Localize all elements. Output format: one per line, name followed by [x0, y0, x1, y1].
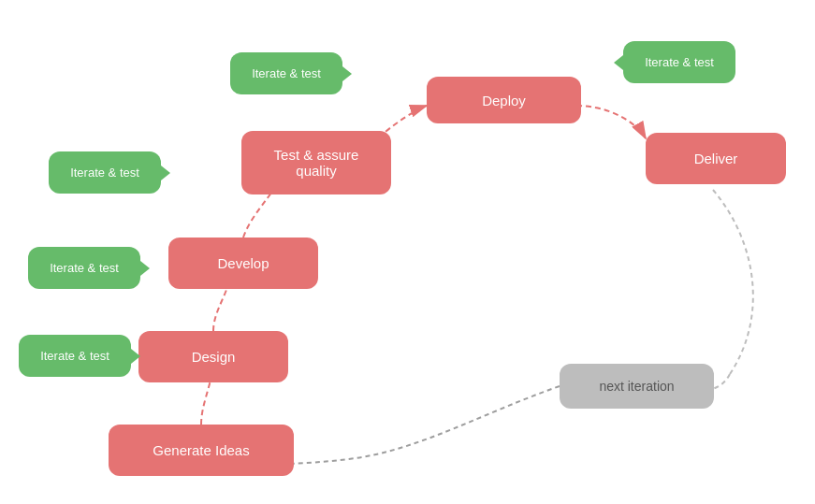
- iterate-test-4: Iterate & test: [19, 335, 131, 377]
- test-assure-node: Test & assure quality: [241, 131, 391, 194]
- diagram-container: Generate Ideas Design Develop Test & ass…: [0, 0, 815, 504]
- develop-node: Develop: [168, 238, 318, 289]
- iterate-test-1: Iterate & test: [230, 52, 342, 94]
- generate-ideas-node: Generate Ideas: [109, 425, 294, 476]
- iterate-test-2: Iterate & test: [49, 151, 161, 194]
- next-iteration-node: next iteration: [560, 364, 714, 409]
- deliver-node: Deliver: [646, 133, 786, 184]
- iterate-test-5: Iterate & test: [623, 41, 735, 83]
- iterate-test-3: Iterate & test: [28, 247, 140, 289]
- design-node: Design: [138, 331, 288, 382]
- deploy-node: Deploy: [427, 77, 581, 123]
